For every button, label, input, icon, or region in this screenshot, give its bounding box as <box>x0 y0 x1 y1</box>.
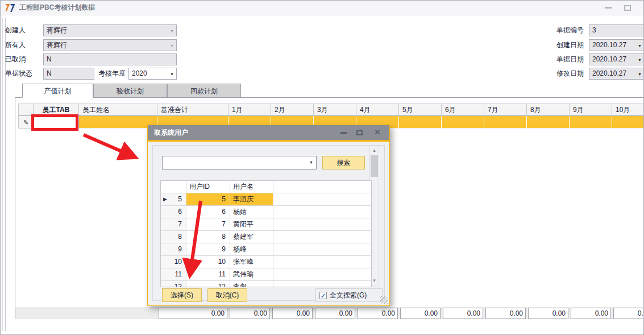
fulltext-search-group: ✓ 全文搜索(G) <box>315 288 383 302</box>
chevron-down-icon: ▼ <box>170 26 174 36</box>
grid-footer-row: 0.00 0.00 0.00 0.00 0.00 0.00 0.00 0.00 … <box>18 307 644 319</box>
resize-grip[interactable] <box>380 296 388 304</box>
modify-date-label: 修改日期 <box>556 68 584 80</box>
current-row-icon: ▶ <box>163 193 167 205</box>
user-name-column-header[interactable]: 用户名 <box>230 181 273 193</box>
scroll-up-icon[interactable]: ▲ <box>370 146 379 155</box>
grid-cell[interactable] <box>484 116 527 129</box>
chevron-down-icon: ▼ <box>170 69 174 80</box>
user-id-column-header[interactable]: 用户ID <box>186 181 230 193</box>
creator-label: 创建人 <box>5 24 26 36</box>
maximize-icon <box>624 5 631 11</box>
dialog-minimize-button[interactable] <box>336 125 350 140</box>
owner-label: 所有人 <box>5 39 26 51</box>
grid-header-cell[interactable]: 7月 <box>484 104 527 116</box>
user-row[interactable]: 12 12 李彪 <box>161 281 371 287</box>
cancel-button[interactable]: 取消(C) <box>207 288 247 302</box>
tab-payment-plan[interactable]: 回款计划 <box>167 84 241 98</box>
footer-total-cell: 0.00 <box>399 307 442 319</box>
grid-header-cell[interactable]: 1月 <box>228 104 271 116</box>
user-row[interactable]: 10 10 张军峰 <box>161 256 371 268</box>
doc-no-field[interactable]: 3 <box>589 24 644 36</box>
grid-header-cell[interactable]: 2月 <box>271 104 314 116</box>
user-row[interactable]: 7 7 黄阳平 <box>161 218 371 231</box>
grid-header-cell[interactable]: 员工姓名 <box>79 104 157 116</box>
dialog-maximize-button[interactable] <box>352 125 366 140</box>
footer-total-cell: 0.00 <box>157 307 228 319</box>
user-row[interactable]: 8 8 蔡建军 <box>161 231 371 243</box>
doc-status-field[interactable]: N <box>43 68 94 80</box>
fulltext-label: 全文搜索(G) <box>330 289 367 301</box>
footer-total-cell: 0.00 <box>271 307 314 319</box>
assess-year-label: 考核年度 <box>98 68 126 80</box>
grid-header-cell[interactable]: 基准合计 <box>157 104 228 116</box>
modify-date-picker[interactable]: 2020.10.27▼ <box>589 68 644 80</box>
chevron-down-icon: ▼ <box>638 69 642 80</box>
fulltext-checkbox[interactable]: ✓ <box>319 292 327 299</box>
search-button[interactable]: 搜索 <box>322 156 365 169</box>
footer-total-cell: 0.00 <box>484 307 527 319</box>
app-logo-icon <box>6 3 16 13</box>
user-search-combo[interactable]: ▼ <box>162 156 317 169</box>
chevron-down-icon: ▼ <box>170 40 174 51</box>
footer-total-cell: 0.00 <box>442 307 484 319</box>
user-table-header: 用户ID 用户名 <box>161 181 371 193</box>
dialog-title: 取系统用户 <box>154 125 188 140</box>
select-user-dialog: 取系统用户 ✕ ▼ 搜索 ▲ ▼ 用户ID 用户名 ▶5 5 <box>147 125 390 306</box>
dialog-title-bar[interactable]: 取系统用户 ✕ <box>148 125 389 140</box>
minimize-icon <box>340 132 347 134</box>
grid-header-row: 员工TAB 员工姓名 基准合计 1月 2月 3月 4月 5月 6月 7月 8月 … <box>18 104 644 116</box>
footer-total-cell: 0.00 <box>314 307 356 319</box>
grid-header-cell[interactable]: 9月 <box>570 104 612 116</box>
dialog-close-button[interactable]: ✕ <box>371 125 384 140</box>
creator-field[interactable]: 蒋辉行▼ <box>43 24 177 36</box>
grid-header-cell[interactable]: 8月 <box>527 104 570 116</box>
user-table: 用户ID 用户名 ▶5 5 李洹庆 6 6 杨婧 7 7 黄阳平 <box>160 180 372 287</box>
grid-header-cell[interactable]: 5月 <box>399 104 442 116</box>
tab-output-plan[interactable]: 产值计划 <box>22 84 93 98</box>
cancelled-label: 已取消 <box>5 53 26 65</box>
maximize-button[interactable] <box>621 1 634 15</box>
doc-no-label: 单据编号 <box>556 24 584 36</box>
create-date-label: 创建日期 <box>556 39 584 51</box>
maximize-icon <box>356 130 363 135</box>
grid-header-cell[interactable]: 6月 <box>442 104 484 116</box>
assess-year-combo[interactable]: 2020▼ <box>128 68 177 80</box>
footer-total-cell: 0.00 <box>612 307 644 319</box>
minimize-icon <box>605 7 612 9</box>
dialog-accent-stripe <box>148 140 389 142</box>
grid-header-cell[interactable]: 3月 <box>314 104 356 116</box>
chevron-down-icon: ▼ <box>638 55 642 65</box>
grid-cell[interactable] <box>442 116 484 129</box>
grid-cell[interactable] <box>527 116 570 129</box>
title-bar: 工程部PBC考核计划数据 <box>1 1 643 15</box>
grid-cell[interactable] <box>612 116 644 129</box>
user-row[interactable]: 9 9 杨峰 <box>161 243 371 256</box>
scrollbar-thumb[interactable] <box>371 155 378 177</box>
user-row[interactable]: ▶5 5 李洹庆 <box>161 193 371 206</box>
tab-acceptance-plan[interactable]: 验收计划 <box>93 84 167 98</box>
annotation-highlight-rect <box>31 114 78 131</box>
footer-total-cell: 0.00 <box>527 307 570 319</box>
cancelled-field[interactable]: N <box>43 53 177 65</box>
user-row[interactable]: 6 6 杨婧 <box>161 206 371 218</box>
window-title: 工程部PBC考核计划数据 <box>19 1 95 15</box>
minimize-button[interactable] <box>602 1 614 15</box>
grid-cell[interactable] <box>570 116 612 129</box>
panel-border-line <box>2 18 3 331</box>
footer-total-cell: 0.00 <box>356 307 399 319</box>
app-window: 工程部PBC考核计划数据 创建人 蒋辉行▼ 所有人 蒋辉行▼ 已取消 N 单据状… <box>0 0 644 335</box>
doc-status-label: 单据状态 <box>5 68 32 80</box>
grid-cell[interactable] <box>399 116 442 129</box>
owner-field[interactable]: 蒋辉行▼ <box>43 39 177 51</box>
grid-header-cell[interactable]: 10月 <box>612 104 644 116</box>
close-button[interactable] <box>641 1 644 15</box>
create-date-picker[interactable]: 2020.10.27▼ <box>589 39 644 51</box>
grid-cell[interactable] <box>79 116 157 129</box>
select-button[interactable]: 选择(S) <box>162 288 202 302</box>
chevron-down-icon: ▼ <box>638 40 642 51</box>
doc-date-label: 单据日期 <box>556 53 584 65</box>
user-row[interactable]: 11 11 武伟瑜 <box>161 268 371 281</box>
grid-header-cell[interactable]: 4月 <box>356 104 399 116</box>
doc-date-picker[interactable]: 2020.10.27▼ <box>589 53 644 65</box>
